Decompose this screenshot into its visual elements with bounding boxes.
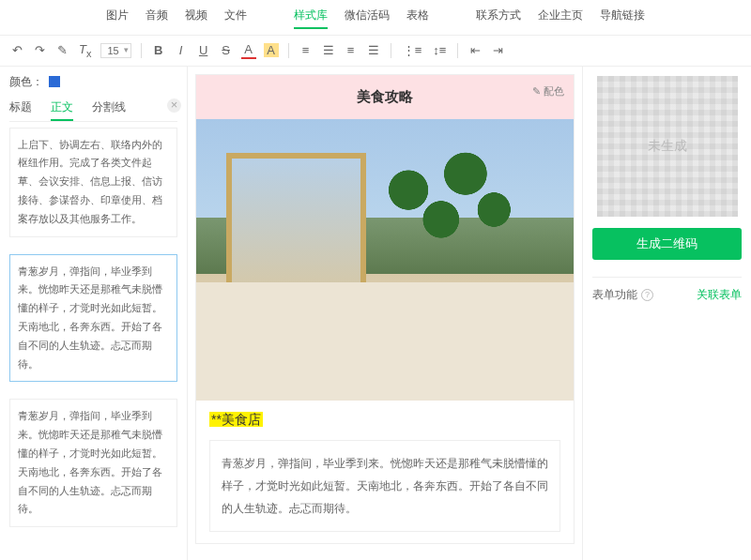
color-swatch[interactable] xyxy=(49,76,60,87)
highlight-button[interactable]: A xyxy=(264,43,279,57)
form-label: 表单功能? xyxy=(592,287,653,303)
doc-header[interactable]: ✎ 配色 美食攻略 xyxy=(196,75,574,119)
color-config-button[interactable]: ✎ 配色 xyxy=(532,84,564,98)
style-card-selected[interactable]: 青葱岁月，弹指间，毕业季到来。恍惚昨天还是那稚气未脱懵懂的样子，才觉时光如此短暂… xyxy=(9,254,177,383)
font-size-select[interactable]: 15 xyxy=(100,43,130,58)
list-ordered-icon[interactable]: ⋮≡ xyxy=(401,42,424,58)
left-tabs: 标题 正文 分割线 xyxy=(9,96,177,122)
help-icon[interactable]: ? xyxy=(641,289,653,301)
tab-body[interactable]: 正文 xyxy=(51,96,73,121)
nav-file[interactable]: 文件 xyxy=(224,8,247,29)
top-nav: 图片 音频 视频 文件 样式库 微信活码 表格 联系方式 企业主页 导航链接 xyxy=(0,0,751,36)
nav-wechat-code[interactable]: 微信活码 xyxy=(345,8,390,29)
nav-audio[interactable]: 音频 xyxy=(146,8,168,29)
align-right-icon[interactable]: ≡ xyxy=(344,42,359,58)
indent-left-icon[interactable]: ⇤ xyxy=(467,42,483,58)
format-paint-icon[interactable]: ✎ xyxy=(54,42,69,58)
nav-video[interactable]: 视频 xyxy=(185,8,207,29)
close-panel-icon[interactable]: × xyxy=(167,98,181,113)
right-panel: 未生成 生成二维码 表单功能? 关联表单 xyxy=(582,67,751,560)
align-left-icon[interactable]: ≡ xyxy=(299,42,314,58)
link-form-button[interactable]: 关联表单 xyxy=(697,287,742,303)
tab-title[interactable]: 标题 xyxy=(9,96,32,121)
strike-button[interactable]: S xyxy=(219,42,234,58)
indent-right-icon[interactable]: ⇥ xyxy=(490,42,505,58)
style-card[interactable]: 上启下、协调左右、联络内外的枢纽作用。完成了各类文件起草、会议安排、信息上报、信… xyxy=(9,128,177,237)
italic-button[interactable]: I xyxy=(174,42,189,58)
doc-quote[interactable]: 青葱岁月，弹指间，毕业季到来。恍惚昨天还是那稚气未脱懵懂的样子，才觉时光如此短暂… xyxy=(209,440,560,532)
nav-styles[interactable]: 样式库 xyxy=(294,8,328,29)
editor-canvas[interactable]: ✎ 配色 美食攻略 **美食店 青葱岁月，弹指间，毕业季到来。恍惚昨天还是那稚气… xyxy=(188,67,582,560)
nav-navlink[interactable]: 导航链接 xyxy=(600,8,645,29)
clear-format-icon[interactable]: Tx xyxy=(77,41,93,60)
tab-divider[interactable]: 分割线 xyxy=(92,96,126,121)
style-card[interactable]: 青葱岁月，弹指间，毕业季到来。恍惚昨天还是那稚气未脱懵懂的样子，才觉时光如此短暂… xyxy=(9,399,177,527)
nav-image[interactable]: 图片 xyxy=(106,8,129,29)
doc-image[interactable] xyxy=(196,119,574,401)
nav-contact[interactable]: 联系方式 xyxy=(476,8,521,29)
undo-icon[interactable]: ↶ xyxy=(9,42,24,58)
doc-subtitle[interactable]: **美食店 xyxy=(209,412,263,427)
underline-button[interactable]: U xyxy=(196,42,211,58)
color-label: 颜色： xyxy=(9,74,43,90)
color-row: 颜色： xyxy=(9,74,177,90)
bold-button[interactable]: B xyxy=(151,42,166,58)
redo-icon[interactable]: ↷ xyxy=(32,42,47,58)
align-center-icon[interactable]: ☰ xyxy=(321,42,336,58)
left-panel: 颜色： × 标题 正文 分割线 上启下、协调左右、联络内外的枢纽作用。完成了各类… xyxy=(0,67,188,560)
nav-company[interactable]: 企业主页 xyxy=(538,8,583,29)
qr-placeholder: 未生成 xyxy=(597,76,738,217)
nav-table[interactable]: 表格 xyxy=(406,8,429,29)
font-color-button[interactable]: A xyxy=(241,41,256,59)
line-height-icon[interactable]: ↕≡ xyxy=(431,42,448,58)
doc-title: 美食攻略 xyxy=(357,88,413,104)
generate-qr-button[interactable]: 生成二维码 xyxy=(592,228,742,260)
editor-toolbar: ↶ ↷ ✎ Tx 15 B I U S A A ≡ ☰ ≡ ☰ ⋮≡ ↕≡ ⇤ … xyxy=(0,36,751,67)
align-justify-icon[interactable]: ☰ xyxy=(366,42,381,58)
